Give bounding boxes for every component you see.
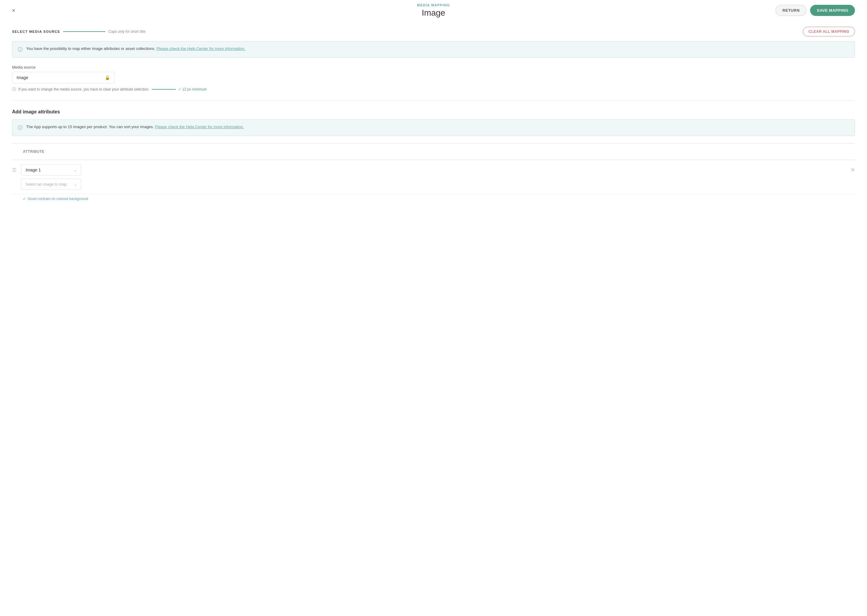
section-label-text: SELECT MEDIA SOURCE	[12, 30, 60, 33]
header-subtitle: MEDIA MAPPING	[417, 3, 450, 7]
media-source-hint: ⓘ If you want to change the media source…	[12, 86, 855, 92]
media-source-group: Media source Image 🔒 ⓘ If you want to ch…	[12, 65, 855, 92]
add-image-section: Add image attributes ⓘ The App supports …	[12, 109, 855, 201]
section-header-row: SELECT MEDIA SOURCE Caps only for short …	[12, 27, 855, 36]
image-label-value: Image 1	[25, 168, 41, 172]
info-box-images: ⓘ The App supports up to 15 images per p…	[12, 119, 855, 136]
attr-row-content: Image 1 ⌄ Select an image to map ⌄	[21, 164, 846, 190]
header-title: Image	[417, 8, 450, 18]
section-label: SELECT MEDIA SOURCE Caps only for short …	[12, 30, 145, 34]
section-note: Caps only for short title	[109, 30, 145, 34]
subsection-title: Add image attributes	[12, 109, 855, 115]
clear-all-mapping-button[interactable]: CLEAR ALL MAPPING	[803, 27, 855, 36]
attribute-column-header: Attribute	[23, 146, 844, 157]
annotation-row: ✓ Good contrats on colored background	[12, 197, 855, 201]
info-box-text: You have the possibility to map either i…	[26, 46, 245, 52]
info-box-2-link[interactable]: Please check the Help Center for more in…	[155, 124, 244, 129]
section-line-decoration	[63, 31, 106, 32]
table-row: ☰ Image 1 ⌄ Select an image to map ⌄ ✕	[12, 160, 855, 194]
hint-info-icon: ⓘ	[12, 86, 16, 92]
media-source-label: Media source	[12, 65, 855, 69]
save-mapping-button[interactable]: SAVE MAPPING	[810, 5, 855, 16]
image-map-placeholder: Select an image to map	[25, 182, 67, 187]
return-button[interactable]: RETURN	[776, 5, 807, 16]
media-source-value: Image	[17, 75, 28, 80]
header-actions: RETURN SAVE MAPPING	[776, 5, 855, 16]
check-icon: ✓	[23, 197, 26, 201]
info-icon-2: ⓘ	[18, 124, 22, 132]
header-center: MEDIA MAPPING Image	[417, 3, 450, 18]
header: × MEDIA MAPPING Image RETURN SAVE MAPPIN…	[0, 0, 867, 21]
hint-line-decoration	[152, 89, 176, 90]
annotation-text: Good contrats on colored background	[28, 197, 88, 201]
chevron-down-icon-2: ⌄	[74, 182, 77, 187]
close-button[interactable]: ×	[12, 8, 15, 13]
hint-check: ✓ 12 px minimum	[178, 87, 207, 91]
hint-text: If you want to change the media source, …	[18, 87, 149, 91]
media-source-select[interactable]: Image 🔒	[12, 72, 114, 83]
drag-handle[interactable]: ☰	[12, 164, 16, 173]
chevron-down-icon: ⌄	[74, 168, 77, 172]
attr-table-header: Attribute	[12, 143, 855, 160]
image-map-select[interactable]: Select an image to map ⌄	[21, 179, 81, 190]
section-divider	[12, 101, 855, 101]
info-box-link[interactable]: Please check the Help Center for more in…	[156, 46, 245, 51]
info-box-2-text: The App supports up to 15 images per pro…	[26, 124, 244, 130]
main-content: SELECT MEDIA SOURCE Caps only for short …	[0, 21, 867, 207]
lock-icon: 🔒	[105, 75, 110, 80]
info-icon: ⓘ	[18, 46, 22, 53]
image-label-select[interactable]: Image 1 ⌄	[21, 164, 81, 176]
remove-row-button[interactable]: ✕	[850, 164, 855, 173]
info-box-media-source: ⓘ You have the possibility to map either…	[12, 41, 855, 58]
